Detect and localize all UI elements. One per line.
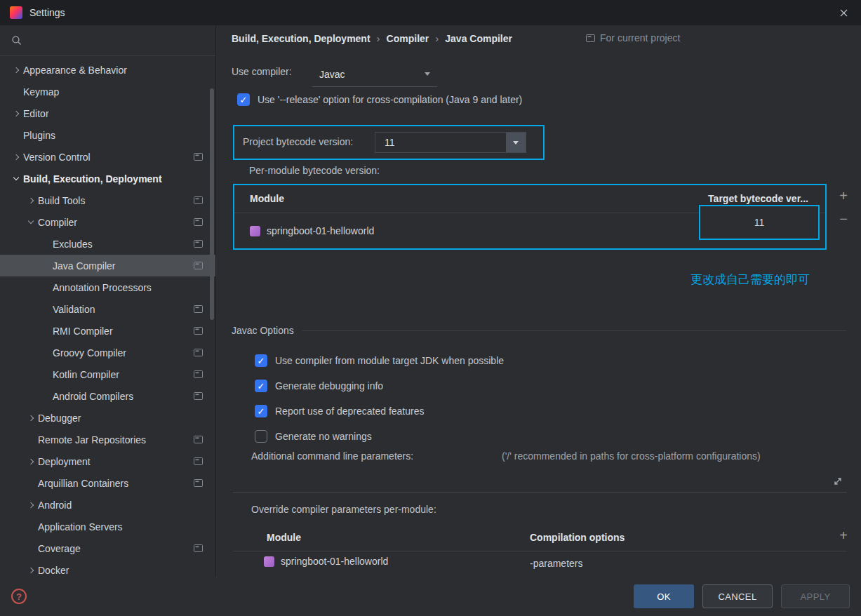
breadcrumb-segment[interactable]: Compiler <box>387 33 429 44</box>
target-bytecode-value[interactable]: 11 <box>754 217 765 228</box>
checkbox-label: Use compiler from module target JDK when… <box>275 355 504 366</box>
sidebar-item-coverage[interactable]: Coverage <box>0 537 215 559</box>
sidebar-scrollbar[interactable] <box>210 88 214 320</box>
breadcrumb-segment: Java Compiler <box>445 33 512 44</box>
sidebar-item-validation[interactable]: Validation <box>0 298 215 320</box>
sidebar-item-label: Validation <box>53 304 95 315</box>
sidebar-item-label: Appearance & Behavior <box>23 65 127 76</box>
search-icon <box>11 35 22 46</box>
sidebar-item-plugins[interactable]: Plugins <box>0 124 215 146</box>
sidebar-item-version-control[interactable]: Version Control <box>0 146 215 168</box>
sidebar-item-label: Version Control <box>23 152 91 163</box>
chevron-collapsed-icon[interactable] <box>8 68 23 72</box>
sidebar-item-label: Compiler <box>38 217 77 228</box>
module-icon <box>250 226 260 236</box>
remove-module-button[interactable] <box>835 210 852 228</box>
chevron-collapsed-icon[interactable] <box>8 112 23 116</box>
project-level-icon <box>194 196 203 204</box>
sidebar-item-arquillian-containers[interactable]: Arquillian Containers <box>0 472 215 494</box>
intellij-logo-icon <box>10 6 22 19</box>
help-icon[interactable]: ? <box>11 589 27 604</box>
sidebar-item-build-tools[interactable]: Build Tools <box>0 189 215 211</box>
option-use-release[interactable]: Use '--release' option for cross-compila… <box>237 87 522 112</box>
column-header-module[interactable]: Module <box>267 532 301 543</box>
chevron-down-icon <box>425 72 430 76</box>
sidebar-item-keymap[interactable]: Keymap <box>0 81 215 102</box>
compiler-select[interactable]: Javac <box>312 62 437 87</box>
table-row[interactable]: springboot-01-helloworld <box>250 213 374 248</box>
sidebar-item-deployment[interactable]: Deployment <box>0 450 215 472</box>
expand-field-icon[interactable] <box>833 476 843 486</box>
sidebar-item-label: Coverage <box>38 543 81 554</box>
checkbox-checked-icon[interactable] <box>255 354 267 367</box>
table-row[interactable]: springboot-01-helloworld -parameters <box>233 551 847 577</box>
chevron-collapsed-icon[interactable] <box>23 503 38 507</box>
option-use-compiler-from-module-target-jdk-when-possible[interactable]: Use compiler from module target JDK when… <box>255 348 504 373</box>
sidebar-item-label: Plugins <box>23 130 55 141</box>
cmdline-params-input[interactable] <box>233 467 847 493</box>
section-divider <box>302 330 847 331</box>
javac-options-title: Javac Options <box>232 325 294 336</box>
sidebar-item-debugger[interactable]: Debugger <box>0 407 215 429</box>
sidebar-item-label: Kotlin Compiler <box>53 369 119 380</box>
option-generate-debugging-info[interactable]: Generate debugging info <box>255 373 504 399</box>
ok-button[interactable]: OK <box>634 584 694 608</box>
sidebar-item-appearance-behavior[interactable]: Appearance & Behavior <box>0 59 215 81</box>
project-level-icon <box>194 240 203 248</box>
chevron-collapsed-icon[interactable] <box>8 155 23 159</box>
chevron-expanded-icon[interactable] <box>8 178 23 180</box>
sidebar-item-label: Android <box>38 500 72 511</box>
sidebar-item-label: Application Servers <box>38 521 123 533</box>
sidebar-item-groovy-compiler[interactable]: Groovy Compiler <box>0 342 215 363</box>
override-params-label: Override compiler parameters per-module: <box>251 504 436 515</box>
chevron-collapsed-icon[interactable] <box>23 416 38 420</box>
close-icon[interactable] <box>836 6 851 20</box>
option-report-use-of-deprecated-features[interactable]: Report use of deprecated features <box>255 399 504 424</box>
column-header-compilation-options[interactable]: Compilation options <box>530 532 625 543</box>
sidebar-item-rmi-compiler[interactable]: RMI Compiler <box>0 320 215 342</box>
target-bytecode-cell-highlight[interactable]: 11 <box>699 205 820 240</box>
settings-search-field[interactable] <box>0 25 215 56</box>
option-generate-no-warnings[interactable]: Generate no warnings <box>255 424 504 449</box>
add-module-button[interactable] <box>835 187 852 205</box>
chevron-collapsed-icon[interactable] <box>23 460 38 464</box>
sidebar-item-android[interactable]: Android <box>0 494 215 516</box>
column-header-target-bytecode[interactable]: Target bytecode ver... <box>708 193 808 204</box>
breadcrumb-segment[interactable]: Build, Execution, Deployment <box>232 33 371 44</box>
chevron-collapsed-icon[interactable] <box>23 199 38 203</box>
add-override-button[interactable] <box>835 526 852 544</box>
java-compiler-panel: Build, Execution, Deployment › Compiler … <box>216 25 861 577</box>
sidebar-item-editor[interactable]: Editor <box>0 102 215 124</box>
project-bytecode-select[interactable]: 11 <box>375 132 526 153</box>
project-level-icon <box>194 327 203 335</box>
cmdline-params-label: Additional command line parameters: <box>251 450 413 462</box>
sidebar-item-label: Debugger <box>38 413 81 424</box>
sidebar-item-kotlin-compiler[interactable]: Kotlin Compiler <box>0 363 215 385</box>
sidebar-item-remote-jar-repositories[interactable]: Remote Jar Repositories <box>0 429 215 450</box>
sidebar-item-android-compilers[interactable]: Android Compilers <box>0 385 215 407</box>
sidebar-item-annotation-processors[interactable]: Annotation Processors <box>0 276 215 298</box>
project-level-icon <box>194 457 203 465</box>
sidebar-item-docker[interactable]: Docker <box>0 559 215 577</box>
checkbox-checked-icon[interactable] <box>237 93 250 106</box>
breadcrumb-separator: › <box>435 32 439 44</box>
chevron-expanded-icon[interactable] <box>23 221 38 223</box>
sidebar-item-application-servers[interactable]: Application Servers <box>0 516 215 537</box>
checkbox-unchecked-icon[interactable] <box>255 430 267 443</box>
project-level-icon <box>194 305 203 313</box>
checkbox-checked-icon[interactable] <box>255 405 267 417</box>
sidebar-item-java-compiler[interactable]: Java Compiler <box>0 255 215 276</box>
chevron-collapsed-icon[interactable] <box>23 568 38 573</box>
sidebar-item-compiler[interactable]: Compiler <box>0 211 215 233</box>
sidebar-item-label: Remote Jar Repositories <box>38 434 146 446</box>
cancel-button[interactable]: CANCEL <box>702 584 773 608</box>
project-level-icon <box>194 544 203 552</box>
sidebar-item-excludes[interactable]: Excludes <box>0 233 215 255</box>
chevron-down-icon[interactable] <box>506 133 526 152</box>
project-level-icon <box>194 218 203 226</box>
column-header-module[interactable]: Module <box>250 193 284 204</box>
compilation-options-value: -parameters <box>530 558 582 569</box>
checkbox-checked-icon[interactable] <box>255 380 267 392</box>
project-bytecode-highlight: Project bytecode version: 11 <box>233 125 545 160</box>
sidebar-item-build-execution-deployment[interactable]: Build, Execution, Deployment <box>0 168 215 189</box>
